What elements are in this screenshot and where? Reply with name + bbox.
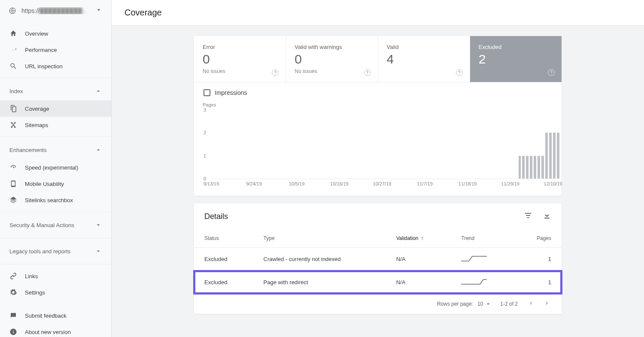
- chart-bar: [557, 133, 559, 179]
- chart-bar: [534, 156, 536, 179]
- table-row[interactable]: Excluded Crawled - currently not indexed…: [194, 248, 562, 271]
- xtick: 11/29/19: [501, 181, 519, 186]
- nav-sitelinks-searchbox[interactable]: Sitelinks searchbox: [0, 192, 111, 208]
- nav-label: Sitemaps: [25, 122, 48, 128]
- cell-validation: N/A: [386, 271, 451, 294]
- nav-url-inspection[interactable]: URL inspection: [0, 58, 111, 74]
- nav-enhancements-header[interactable]: Enhancements: [0, 140, 111, 159]
- nav-header-label: Index: [9, 88, 23, 94]
- col-type[interactable]: Type: [253, 229, 386, 248]
- xtick: 9/13/19: [204, 181, 219, 186]
- col-pages[interactable]: Pages: [514, 229, 562, 248]
- ytick: 1: [204, 153, 206, 158]
- page-title-bar: Coverage: [112, 0, 644, 26]
- chart-ylabel: Pages: [203, 102, 553, 107]
- tab-value: 0: [295, 52, 369, 67]
- page-title: Coverage: [125, 8, 631, 18]
- property-selector[interactable]: https://██████████...: [0, 0, 111, 22]
- prev-page-button[interactable]: [526, 299, 535, 309]
- tab-warnings[interactable]: Valid with warnings 0 No issues ?: [286, 36, 378, 82]
- help-icon[interactable]: ?: [272, 69, 279, 76]
- col-validation[interactable]: Validation↑: [386, 229, 451, 248]
- search-icon: [9, 62, 17, 70]
- tab-valid[interactable]: Valid 4 ?: [378, 36, 470, 82]
- xtick: 10/5/19: [289, 181, 305, 186]
- ytick: 0: [204, 176, 206, 181]
- filter-icon[interactable]: [524, 211, 532, 222]
- ytick: 2: [204, 130, 206, 135]
- help-icon[interactable]: ?: [548, 69, 555, 76]
- cell-pages: 1: [514, 248, 562, 271]
- tab-value: 4: [387, 52, 461, 67]
- mobile-icon: [9, 180, 17, 188]
- xtick: 9/24/19: [246, 181, 262, 186]
- download-icon[interactable]: [543, 211, 551, 222]
- nav-security-header[interactable]: Security & Manual Actions: [0, 216, 111, 234]
- nav-label: Settings: [25, 289, 45, 296]
- chart-bar: [519, 156, 521, 179]
- cell-pages: 1: [514, 271, 562, 294]
- layers-icon: [9, 196, 17, 204]
- chevron-down-icon: [95, 6, 103, 15]
- details-card: Details Status Type Validation↑ Trend Pa: [194, 203, 562, 314]
- nav-submit-feedback[interactable]: Submit feedback: [0, 307, 111, 324]
- chart-bar: [530, 156, 532, 179]
- speed-icon: [9, 164, 17, 171]
- tab-sub: No issues: [295, 68, 369, 74]
- nav-performance[interactable]: Performance: [0, 42, 111, 58]
- tab-label: Error: [203, 44, 277, 50]
- xtick: 12/10/19: [544, 181, 562, 186]
- chart-bar: [553, 133, 556, 179]
- col-trend[interactable]: Trend: [451, 229, 513, 248]
- cell-type: Crawled - currently not indexed: [253, 248, 386, 271]
- impressions-toggle[interactable]: Impressions: [203, 89, 553, 96]
- chart-bar: [526, 156, 529, 179]
- checkbox-icon[interactable]: [204, 89, 210, 96]
- chart-bar: [538, 156, 540, 179]
- tab-label: Excluded: [479, 44, 553, 50]
- nav-label: Links: [25, 273, 38, 279]
- cell-type: Page with redirect: [253, 271, 386, 294]
- sort-up-icon: ↑: [421, 235, 424, 241]
- pagination: Rows per page: 10 1-2 of 2: [194, 294, 562, 314]
- ytick: 3: [204, 107, 206, 112]
- nav-about[interactable]: About new version: [0, 324, 111, 337]
- tab-error[interactable]: Error 0 No issues ?: [194, 36, 286, 82]
- next-page-button[interactable]: [543, 299, 551, 309]
- globe-icon: [9, 7, 16, 15]
- tab-label: Valid with warnings: [295, 44, 369, 50]
- nav-speed[interactable]: Speed (experimental): [0, 159, 111, 176]
- nav-header-label: Enhancements: [9, 147, 47, 153]
- trend-icon: [9, 46, 17, 54]
- nav-overview[interactable]: Overview: [0, 25, 111, 42]
- nav-index-header[interactable]: Index: [0, 82, 111, 100]
- nav-header-label: Legacy tools and reports: [9, 248, 70, 255]
- nav-label: Performance: [25, 47, 57, 53]
- nav-sitemaps[interactable]: Sitemaps: [0, 117, 111, 133]
- details-title: Details: [204, 212, 228, 221]
- rows-per-page-select[interactable]: 10: [477, 301, 492, 307]
- nav-settings[interactable]: Settings: [0, 284, 111, 301]
- help-icon[interactable]: ?: [456, 69, 463, 76]
- home-icon: [9, 30, 17, 37]
- nav-links[interactable]: Links: [0, 268, 111, 284]
- nav-coverage[interactable]: Coverage: [0, 100, 111, 117]
- help-icon[interactable]: ?: [364, 69, 371, 76]
- chart: 3 2 1 0 9/13/199/24/1910/5/1910/16/1910/…: [203, 110, 553, 187]
- sidebar: https://██████████... Overview Performan…: [0, 0, 112, 337]
- nav-legacy-header[interactable]: Legacy tools and reports: [0, 242, 111, 261]
- link-icon: [9, 272, 17, 280]
- cell-validation: N/A: [386, 248, 451, 271]
- nav-mobile-usability[interactable]: Mobile Usability: [0, 176, 111, 192]
- tab-sub: No issues: [203, 68, 277, 74]
- sparkline-icon: [461, 255, 487, 262]
- info-icon: [9, 328, 17, 336]
- nav-header-label: Security & Manual Actions: [9, 222, 74, 228]
- nav-label: Submit feedback: [25, 313, 67, 319]
- nav-label: Coverage: [25, 106, 49, 112]
- tab-excluded[interactable]: Excluded 2 ?: [470, 36, 562, 82]
- col-status[interactable]: Status: [194, 229, 253, 248]
- nav-label: Speed (experimental): [25, 164, 78, 171]
- property-url: https://██████████...: [21, 7, 95, 14]
- table-row[interactable]: Excluded Page with redirect N/A 1: [194, 271, 562, 294]
